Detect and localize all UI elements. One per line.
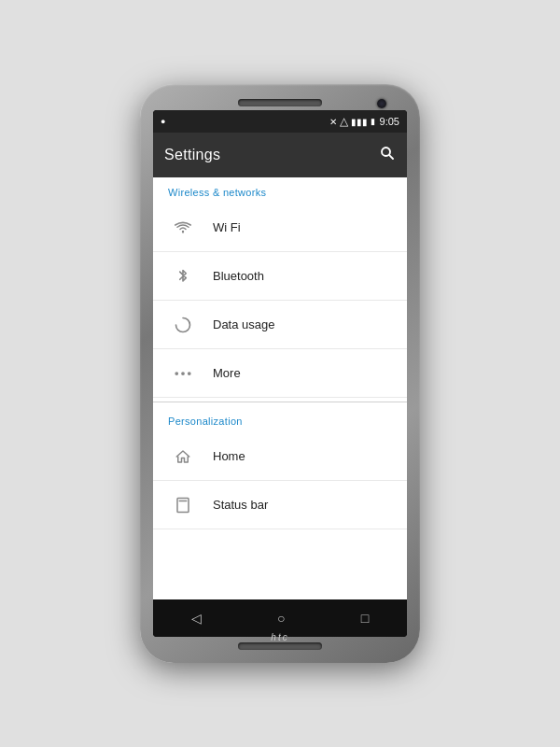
brand-label: htc [271,632,288,642]
battery-status-icon: ▮ [371,117,375,126]
settings-item-bluetooth[interactable]: Bluetooth [153,252,407,301]
settings-list: Wireless & networks Wi Fi [153,177,407,599]
section-header-wireless: Wireless & networks [153,177,407,204]
top-speaker [238,99,322,106]
screen: ● ✕ △ ▮▮▮ ▮ 9:05 Settings Wireles [153,110,407,637]
notification-icon: ● [161,117,165,126]
wifi-label: Wi Fi [213,220,241,234]
phone-device: ● ✕ △ ▮▮▮ ▮ 9:05 Settings Wireles [140,84,420,663]
nav-bar: ◁ ○ □ [153,599,407,637]
settings-item-more[interactable]: More [153,349,407,398]
front-camera [377,99,386,108]
statusbar-icon [168,497,198,514]
home-button[interactable]: ○ [262,605,300,631]
section-header-personalization: Personalization [153,406,407,432]
phone-top [147,93,413,110]
settings-item-status-bar[interactable]: Status bar [153,481,407,529]
status-left-icons: ● [161,117,165,126]
svg-line-1 [389,154,393,158]
home-icon [168,448,198,465]
bluetooth-status-icon: ✕ [329,117,337,127]
settings-item-data-usage[interactable]: Data usage [153,301,407,349]
svg-point-4 [181,372,185,375]
wifi-status-icon: △ [340,115,348,128]
action-bar: Settings [153,133,407,177]
svg-point-3 [175,372,178,375]
recent-button[interactable]: □ [346,605,384,631]
bluetooth-icon [168,268,198,285]
more-label: More [213,366,241,380]
time-display: 9:05 [380,116,399,127]
data-usage-label: Data usage [213,317,275,331]
page-title: Settings [164,147,220,163]
more-icon [168,370,198,377]
section-divider [153,402,407,402]
bottom-speaker [238,642,322,650]
home-label: Home [213,449,245,463]
settings-item-home[interactable]: Home [153,432,407,481]
bluetooth-label: Bluetooth [213,269,264,283]
data-usage-icon [168,317,198,333]
signal-status-icon: ▮▮▮ [351,117,368,127]
back-button[interactable]: ◁ [176,605,217,631]
settings-item-wifi[interactable]: Wi Fi [153,204,407,252]
svg-point-2 [182,231,184,233]
status-bar: ● ✕ △ ▮▮▮ ▮ 9:05 [153,110,407,133]
svg-point-5 [188,372,191,375]
status-right-icons: ✕ △ ▮▮▮ ▮ 9:05 [329,115,399,128]
wifi-icon [168,221,198,234]
search-button[interactable] [379,145,396,166]
status-bar-label: Status bar [213,498,268,512]
